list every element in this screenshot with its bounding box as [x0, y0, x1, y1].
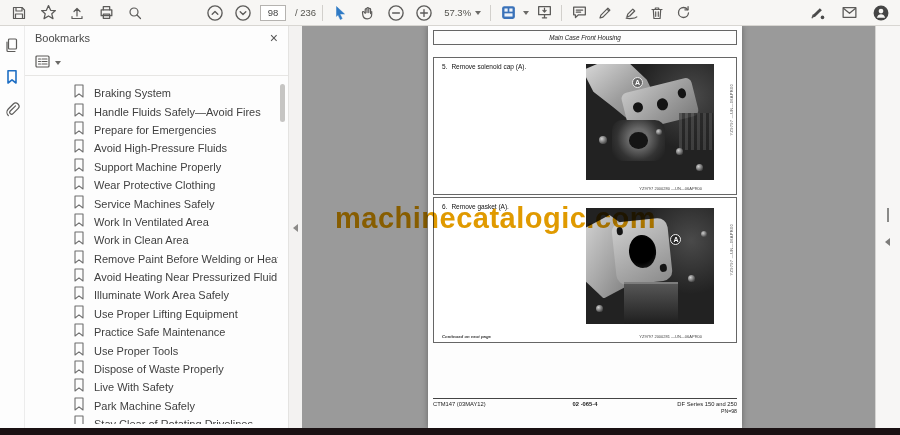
- bookmark-options-button[interactable]: [33, 53, 63, 73]
- attachments-button[interactable]: [2, 100, 22, 120]
- save-icon: [11, 5, 27, 21]
- zoom-in-button[interactable]: [413, 2, 435, 24]
- footer-section-number: 02 -065-4: [533, 401, 636, 414]
- footer-rule: [433, 398, 737, 399]
- chevron-down-icon[interactable]: [523, 11, 529, 15]
- pencil-button[interactable]: [594, 2, 616, 24]
- bookmark-item[interactable]: Use Proper Tools: [73, 341, 278, 359]
- save-button[interactable]: [8, 2, 30, 24]
- print-button[interactable]: [95, 2, 117, 24]
- printer-icon: [98, 4, 115, 21]
- bookmark-ribbon-icon: [73, 103, 85, 121]
- sign-button[interactable]: [620, 2, 642, 24]
- pump-housing: [624, 282, 678, 324]
- hand-tool-button[interactable]: [357, 2, 379, 24]
- bookmark-item-label: Work in Clean Area: [94, 234, 189, 246]
- bookmark-item[interactable]: Avoid High-Pressure Fluids: [73, 139, 278, 157]
- bookmark-item[interactable]: Avoid Heating Near Pressurized Fluid Lin…: [73, 268, 278, 286]
- bookmark-ribbon-icon: [73, 286, 85, 304]
- page-display-icon: [500, 4, 517, 21]
- footer-manual-id: CTM147 (03MAY12): [433, 401, 533, 414]
- scrollbar-thumb[interactable]: [280, 84, 285, 122]
- comment-icon: [571, 4, 588, 21]
- bookmark-item-label: Braking System: [94, 87, 171, 99]
- panel-gutter: [288, 26, 302, 428]
- bookmarks-scrollbar[interactable]: [280, 82, 285, 420]
- bookmark-ribbon-icon: [73, 176, 85, 194]
- envelope-icon: [841, 4, 858, 21]
- bookmark-item[interactable]: Service Machines Safely: [73, 194, 278, 212]
- bookmark-item[interactable]: Braking System: [73, 84, 278, 102]
- page-display-button[interactable]: [497, 2, 519, 24]
- bookmark-item[interactable]: Prepare for Emergencies: [73, 121, 278, 139]
- page-section-header: Main Case Front Housing: [433, 30, 737, 45]
- step-text: Remove solenoid cap (A).: [451, 63, 526, 70]
- select-tool-button[interactable]: [329, 2, 351, 24]
- redo-button[interactable]: [672, 2, 694, 24]
- zoom-out-button[interactable]: [385, 2, 407, 24]
- star-icon: [40, 4, 57, 21]
- bookmark-item[interactable]: Dispose of Waste Properly: [73, 360, 278, 378]
- page-thumbnails-button[interactable]: [2, 36, 22, 56]
- page-number-input[interactable]: [260, 5, 286, 21]
- bookmark-item[interactable]: Support Machine Properly: [73, 158, 278, 176]
- figure-caption-id: YZ9797 2000281 —UN—06APR00: [639, 334, 702, 339]
- expand-tools-arrow-icon[interactable]: [885, 238, 890, 246]
- email-button[interactable]: [838, 2, 860, 24]
- account-button[interactable]: [870, 2, 892, 24]
- bookmark-ribbon-icon: [73, 360, 85, 378]
- next-page-button[interactable]: [232, 2, 254, 24]
- zoom-level-dropdown[interactable]: 57.3%: [441, 5, 484, 20]
- bookmark-item[interactable]: Wear Protective Clothing: [73, 176, 278, 194]
- chevron-down-icon: [475, 11, 481, 15]
- bookmark-item-label: Remove Paint Before Welding or Heating: [94, 253, 278, 265]
- bookmark-item-label: Stay Clear of Rotating Drivelines: [94, 418, 253, 424]
- tools-panel-strip: [875, 26, 900, 428]
- bookmark-item[interactable]: Illuminate Work Area Safely: [73, 286, 278, 304]
- share-upload-button[interactable]: [66, 2, 88, 24]
- bookmark-item[interactable]: Handle Fluids Safely—Avoid Fires: [73, 102, 278, 120]
- user-avatar-icon: [872, 4, 890, 22]
- plus-circle-icon: [415, 4, 433, 22]
- refresh-icon: [675, 4, 692, 21]
- step-number: 5.: [442, 63, 447, 70]
- star-button[interactable]: [37, 2, 59, 24]
- comment-button[interactable]: [568, 2, 590, 24]
- bookmark-item-label: Prepare for Emergencies: [94, 124, 216, 136]
- delete-button[interactable]: [646, 2, 668, 24]
- fill-sign-button[interactable]: [806, 2, 828, 24]
- toolbar-divider: [322, 5, 323, 21]
- bookmark-ribbon-icon: [73, 121, 85, 139]
- pointer-icon: [332, 5, 348, 21]
- arrow-down-circle-icon: [234, 4, 252, 22]
- pdf-viewer-window: / 236 57.3%: [0, 0, 900, 435]
- scrolling-view-button[interactable]: [533, 2, 555, 24]
- bookmark-item[interactable]: Live With Safety: [73, 378, 278, 396]
- bookmark-ribbon-icon: [73, 397, 85, 415]
- chevron-down-icon: [55, 61, 61, 65]
- document-viewport[interactable]: Main Case Front Housing 5. Remove soleno…: [302, 26, 875, 428]
- bookmark-item[interactable]: Stay Clear of Rotating Drivelines: [73, 415, 278, 424]
- bookmark-ribbon-icon: [73, 250, 85, 268]
- bookmark-item[interactable]: Park Machine Safely: [73, 397, 278, 415]
- bookmark-item-label: Dispose of Waste Properly: [94, 363, 224, 375]
- bookmark-item[interactable]: Work In Ventilated Area: [73, 213, 278, 231]
- panel-divider: [25, 75, 288, 76]
- bookmark-item[interactable]: Practice Safe Maintenance: [73, 323, 278, 341]
- bookmark-item-label: Work In Ventilated Area: [94, 216, 209, 228]
- search-button[interactable]: [124, 2, 146, 24]
- bookmark-item[interactable]: Remove Paint Before Welding or Heating: [73, 250, 278, 268]
- paperclip-icon: [4, 101, 20, 120]
- bookmark-item-label: Service Machines Safely: [94, 198, 214, 210]
- previous-page-button[interactable]: [204, 2, 226, 24]
- toolbar: / 236 57.3%: [0, 0, 900, 26]
- bookmark-item-label: Live With Safety: [94, 381, 173, 393]
- collapse-panel-arrow-icon[interactable]: [293, 224, 298, 232]
- callout-a-marker: A: [632, 77, 643, 88]
- panel-drag-handle[interactable]: [887, 208, 889, 222]
- figure-box-step5: 5. Remove solenoid cap (A).: [433, 57, 737, 195]
- bookmark-item[interactable]: Work in Clean Area: [73, 231, 278, 249]
- bookmarks-panel-button[interactable]: [2, 68, 22, 88]
- close-panel-button[interactable]: ×: [270, 31, 278, 45]
- bookmark-item[interactable]: Use Proper Lifting Equipment: [73, 305, 278, 323]
